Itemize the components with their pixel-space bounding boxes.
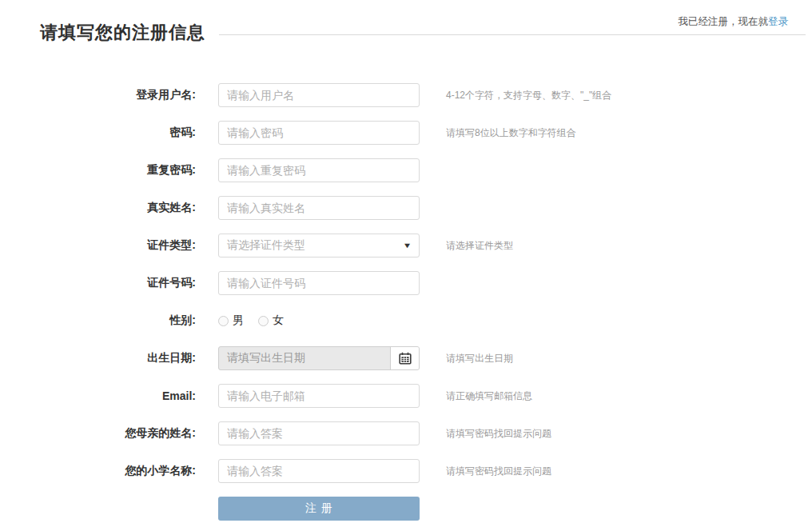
birth-date-placeholder: 请填写出生日期 — [219, 351, 390, 365]
calendar-button[interactable] — [390, 347, 419, 369]
real-name-label: 真实姓名: — [0, 201, 196, 215]
gender-female-radio[interactable]: 女 — [258, 313, 284, 328]
form-row-submit: 注册 — [0, 497, 812, 521]
form-row-id-number: 证件号码: — [0, 271, 812, 295]
username-label: 登录用户名: — [0, 88, 196, 102]
mother-name-label: 您母亲的姓名: — [0, 426, 196, 441]
school-name-input[interactable] — [218, 459, 420, 483]
gender-female-label: 女 — [273, 313, 284, 328]
username-hint: 4-12个字符，支持字母、数字、"_"组合 — [446, 89, 611, 102]
email-hint: 请正确填写邮箱信息 — [446, 389, 532, 403]
gender-radio-group: 男 女 — [218, 313, 284, 328]
password-label: 密码: — [0, 126, 196, 140]
mother-name-input[interactable] — [218, 421, 420, 445]
gender-male-label: 男 — [233, 313, 244, 328]
repeat-password-label: 重复密码: — [0, 163, 196, 178]
form-row-birth-date: 出生日期: 请填写出生日期 — [0, 346, 812, 370]
school-name-label: 您的小学名称: — [0, 464, 196, 478]
login-link[interactable]: 登录 — [768, 16, 788, 27]
page-title: 请填写您的注册信息 — [40, 21, 205, 45]
form-row-real-name: 真实姓名: — [0, 196, 812, 220]
id-type-hint: 请选择证件类型 — [446, 239, 513, 253]
gender-male-radio[interactable]: 男 — [218, 313, 244, 328]
form-row-school-name: 您的小学名称: 请填写密码找回提示问题 — [0, 459, 812, 483]
birth-date-hint: 请填写出生日期 — [446, 352, 513, 365]
school-name-hint: 请填写密码找回提示问题 — [446, 465, 551, 478]
form-row-repeat-password: 重复密码: — [0, 158, 812, 182]
password-hint: 请填写8位以上数字和字符组合 — [446, 126, 576, 140]
registration-page: 请填写您的注册信息 我已经注册，现在就登录 登录用户名: 4-12个字符，支持字… — [0, 0, 812, 531]
already-registered-prefix: 我已经注册，现在就 — [679, 16, 769, 27]
form-row-username: 登录用户名: 4-12个字符，支持字母、数字、"_"组合 — [0, 83, 812, 107]
real-name-input[interactable] — [218, 196, 420, 220]
id-type-label: 证件类型: — [0, 238, 196, 253]
radio-circle-icon — [218, 316, 229, 326]
id-number-input[interactable] — [218, 271, 420, 295]
email-label: Email: — [0, 389, 196, 402]
password-input[interactable] — [218, 121, 420, 145]
gender-label: 性别: — [0, 313, 196, 328]
registration-form: 登录用户名: 4-12个字符，支持字母、数字、"_"组合 密码: 请填写8位以上… — [0, 83, 812, 521]
id-type-select-value: 请选择证件类型 — [227, 238, 305, 253]
id-type-select[interactable]: 请选择证件类型 ▼ — [218, 234, 420, 258]
radio-circle-icon — [258, 316, 269, 326]
repeat-password-input[interactable] — [218, 158, 420, 182]
birth-date-label: 出生日期: — [0, 351, 196, 365]
mother-name-hint: 请填写密码找回提示问题 — [446, 427, 551, 441]
form-row-password: 密码: 请填写8位以上数字和字符组合 — [0, 121, 812, 145]
email-input[interactable] — [218, 384, 420, 408]
birth-date-field[interactable]: 请填写出生日期 — [218, 346, 420, 370]
username-input[interactable] — [218, 83, 420, 107]
already-registered-text: 我已经注册，现在就登录 — [679, 15, 789, 29]
form-row-email: Email: 请正确填写邮箱信息 — [0, 384, 812, 408]
chevron-down-icon: ▼ — [403, 242, 412, 250]
form-row-gender: 性别: 男 女 — [0, 309, 812, 333]
form-row-id-type: 证件类型: 请选择证件类型 ▼ 请选择证件类型 — [0, 234, 812, 258]
form-row-mother-name: 您母亲的姓名: 请填写密码找回提示问题 — [0, 421, 812, 445]
header-divider — [219, 34, 806, 35]
calendar-icon — [399, 352, 412, 365]
id-number-label: 证件号码: — [0, 276, 196, 290]
register-button[interactable]: 注册 — [218, 497, 420, 521]
page-header: 请填写您的注册信息 我已经注册，现在就登录 — [0, 0, 812, 83]
